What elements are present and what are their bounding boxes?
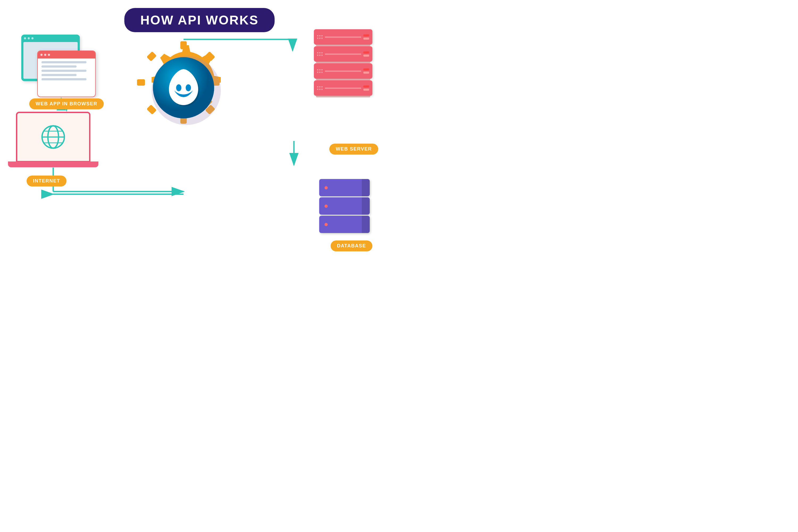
- content-line-4: [41, 74, 77, 76]
- content-line-5: [41, 78, 87, 80]
- server-rack: [314, 29, 373, 97]
- database-label: DATABASE: [331, 241, 373, 251]
- svg-rect-17: [137, 79, 145, 86]
- gear-container: [133, 37, 234, 138]
- server-unit-3: [314, 63, 373, 79]
- server-unit-1: [314, 29, 373, 45]
- content-line-1: [41, 61, 87, 63]
- server-lights: [363, 34, 369, 40]
- server-dots: [317, 69, 323, 73]
- server-dots: [317, 35, 323, 39]
- server-lights: [363, 86, 369, 91]
- dot2: [28, 37, 30, 39]
- browser-front-body: [38, 58, 95, 85]
- svg-rect-15: [180, 41, 187, 49]
- svg-point-26: [176, 84, 182, 91]
- server-line: [325, 71, 361, 72]
- internet-label: INTERNET: [26, 175, 66, 187]
- db-dot-3: [324, 223, 328, 226]
- server-unit-4: [314, 80, 373, 96]
- dot3: [32, 37, 34, 39]
- server-line: [325, 36, 361, 38]
- dot-r3: [48, 54, 50, 56]
- db-cylinder-1: [319, 179, 370, 196]
- server-line: [325, 88, 361, 89]
- svg-point-27: [186, 84, 191, 91]
- server-lights: [363, 68, 369, 74]
- svg-rect-21: [147, 104, 157, 115]
- db-cylinder-3: [319, 216, 370, 233]
- globe-icon: [40, 124, 66, 150]
- laptop-screen: [16, 112, 91, 162]
- db-stripe-1: [362, 179, 370, 196]
- browser-front-bar: [38, 51, 95, 58]
- content-line-2: [41, 65, 77, 68]
- web-app-label: WEB APP IN BROWSER: [29, 98, 104, 109]
- gear-svg: [133, 37, 234, 138]
- server-line: [325, 54, 361, 55]
- laptop-base: [8, 162, 98, 167]
- server-dots: [317, 86, 323, 90]
- server-dots: [317, 52, 323, 56]
- dot-r1: [40, 54, 42, 56]
- svg-rect-19: [147, 51, 157, 61]
- db-dot-2: [324, 205, 328, 208]
- dot1: [24, 37, 26, 39]
- browser-front-window: [37, 51, 96, 97]
- content-line-3: [41, 70, 87, 72]
- web-server-label: WEB SERVER: [329, 144, 378, 155]
- dot-r2: [44, 54, 46, 56]
- server-unit-2: [314, 46, 373, 62]
- browser-back-bar: [21, 35, 80, 42]
- db-cylinder-2: [319, 197, 370, 215]
- db-dot-1: [324, 186, 328, 189]
- db-stripe-3: [362, 216, 370, 233]
- page-title: HOW API WORKS: [140, 13, 259, 27]
- title-container: HOW API WORKS: [124, 8, 274, 32]
- server-lights: [363, 51, 369, 57]
- database: [319, 179, 370, 234]
- db-stripe-2: [362, 197, 370, 215]
